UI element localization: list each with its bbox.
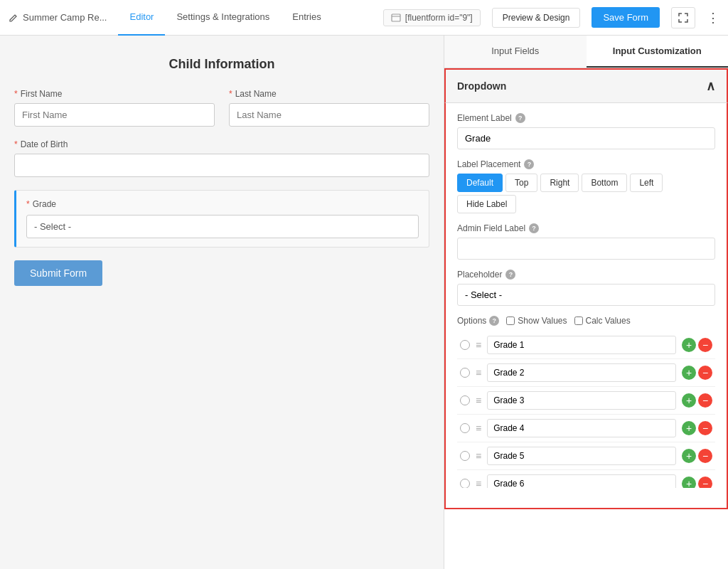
element-label-label: Element Label ? [457, 113, 715, 123]
option-radio-0[interactable] [460, 340, 470, 350]
option-drag-handle-1[interactable]: ≡ [476, 367, 481, 378]
option-input-0[interactable] [487, 336, 676, 354]
dob-label: * Date of Birth [14, 139, 429, 149]
element-label-input[interactable] [457, 127, 715, 149]
option-buttons-5: + − [682, 477, 712, 488]
option-item: ≡ + − [457, 387, 715, 415]
options-label: Options ? [457, 316, 499, 326]
placeholder-label: Placeholder ? [457, 270, 715, 280]
option-add-2[interactable]: + [682, 393, 696, 408]
options-info: ? [489, 316, 499, 326]
shortcode-text: [fluentform id="9"] [405, 13, 473, 23]
option-buttons-3: + − [682, 421, 712, 435]
preview-button[interactable]: Preview & Design [492, 8, 581, 28]
grade-field-wrapper: * Grade - Select - [14, 190, 429, 248]
placeholder-info: ? [505, 270, 515, 280]
option-add-5[interactable]: + [682, 477, 696, 488]
nav-tabs: Editor Settings & Integrations Entries [118, 0, 332, 36]
nav-tab-editor[interactable]: Editor [118, 0, 165, 36]
placement-hide-label[interactable]: Hide Label [457, 195, 516, 213]
option-input-2[interactable] [487, 391, 676, 410]
first-name-input[interactable] [14, 103, 215, 127]
option-remove-1[interactable]: − [698, 366, 712, 380]
option-add-4[interactable]: + [682, 449, 696, 463]
option-remove-0[interactable]: − [698, 338, 712, 352]
option-buttons-2: + − [682, 393, 712, 408]
fullscreen-button[interactable] [671, 7, 695, 28]
option-drag-handle-2[interactable]: ≡ [476, 395, 481, 406]
main-layout: Child Information * First Name * Last Na… [0, 36, 728, 569]
more-options-button[interactable]: ⋮ [707, 10, 719, 26]
top-nav: Summer Camp Re... Editor Settings & Inte… [0, 0, 728, 36]
option-remove-2[interactable]: − [698, 393, 712, 408]
fullscreen-icon [678, 12, 689, 23]
placeholder-input[interactable] [457, 284, 715, 306]
dropdown-section-header[interactable]: Dropdown ∧ [444, 68, 728, 103]
option-add-1[interactable]: + [682, 366, 696, 380]
hide-label-wrapper: Hide Label [457, 195, 715, 213]
save-form-button[interactable]: Save Form [592, 7, 660, 28]
submit-button[interactable]: Submit Form [14, 260, 102, 286]
shortcode-box: [fluentform id="9"] [383, 9, 481, 26]
placement-top[interactable]: Top [505, 174, 537, 192]
option-input-3[interactable] [487, 419, 676, 437]
option-radio-5[interactable] [460, 479, 470, 488]
option-radio-2[interactable] [460, 395, 470, 405]
option-input-5[interactable] [487, 474, 676, 488]
form-panel: Child Information * First Name * Last Na… [0, 36, 444, 569]
option-add-0[interactable]: + [682, 338, 696, 352]
show-values-label[interactable]: Show Values [506, 316, 567, 326]
option-item: ≡ + − [457, 359, 715, 387]
label-placement-label: Label Placement ? [457, 159, 715, 169]
last-name-input[interactable] [229, 103, 429, 127]
label-placement-info: ? [524, 159, 534, 169]
placement-left[interactable]: Left [630, 174, 663, 192]
svg-rect-0 [392, 14, 400, 21]
tab-input-fields[interactable]: Input Fields [444, 36, 587, 68]
placement-bottom[interactable]: Bottom [582, 174, 627, 192]
calc-values-checkbox[interactable] [574, 317, 583, 325]
dropdown-section-body: Element Label ? Label Placement ? Defaul… [444, 103, 728, 509]
options-list: ≡ + − ≡ + − ≡ + − ≡ [457, 331, 715, 488]
placement-default[interactable]: Default [457, 174, 503, 192]
option-buttons-4: + − [682, 449, 712, 463]
brand-label: Summer Camp Re... [23, 12, 107, 23]
dob-input[interactable] [14, 154, 429, 177]
last-name-label: * Last Name [229, 89, 429, 99]
option-radio-1[interactable] [460, 368, 470, 378]
calc-values-label[interactable]: Calc Values [574, 316, 631, 326]
option-drag-handle-0[interactable]: ≡ [476, 339, 481, 351]
option-input-4[interactable] [487, 447, 676, 465]
option-drag-handle-5[interactable]: ≡ [476, 478, 481, 488]
option-drag-handle-3[interactable]: ≡ [476, 422, 481, 434]
nav-tab-entries[interactable]: Entries [281, 0, 332, 36]
placement-right[interactable]: Right [540, 174, 579, 192]
option-radio-3[interactable] [460, 423, 470, 433]
placeholder-group: Placeholder ? [457, 270, 715, 306]
brand: Summer Camp Re... [9, 12, 107, 23]
element-label-group: Element Label ? [457, 113, 715, 149]
grade-select[interactable]: - Select - [26, 215, 419, 238]
option-drag-handle-4[interactable]: ≡ [476, 450, 481, 462]
right-panel: Input Fields Input Customization Dropdow… [444, 36, 728, 569]
options-header: Options ? Show Values Calc Values [457, 316, 715, 326]
option-buttons-1: + − [682, 366, 712, 380]
dob-group: * Date of Birth [14, 139, 429, 177]
option-radio-4[interactable] [460, 451, 470, 461]
nav-tab-settings[interactable]: Settings & Integrations [165, 0, 281, 36]
option-buttons-0: + − [682, 338, 712, 352]
show-values-checkbox[interactable] [506, 317, 515, 325]
admin-field-info: ? [529, 223, 539, 233]
collapse-icon: ∧ [706, 78, 715, 94]
option-item: ≡ + − [457, 415, 715, 442]
admin-field-label-label: Admin Field Label ? [457, 223, 715, 233]
placement-buttons: Default Top Right Bottom Left [457, 174, 715, 192]
tab-input-customization[interactable]: Input Customization [587, 36, 729, 68]
option-remove-4[interactable]: − [698, 449, 712, 463]
admin-field-label-input[interactable] [457, 238, 715, 260]
option-remove-3[interactable]: − [698, 421, 712, 435]
option-add-3[interactable]: + [682, 421, 696, 435]
first-name-group: * First Name [14, 89, 215, 127]
option-remove-5[interactable]: − [698, 477, 712, 488]
option-input-1[interactable] [487, 363, 676, 382]
